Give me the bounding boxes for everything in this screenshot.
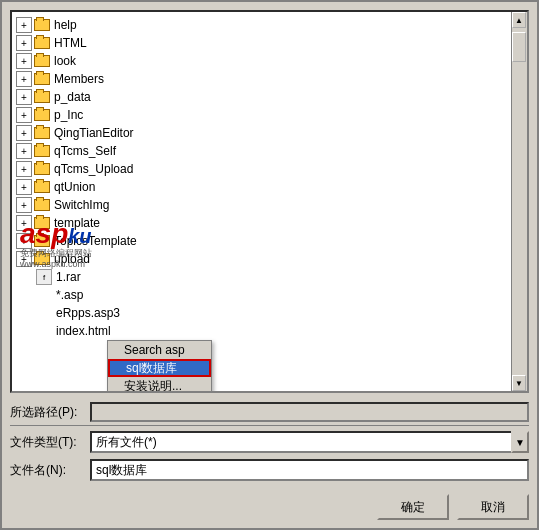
tree-item-label: *.asp xyxy=(56,288,83,302)
file-type-label: 文件类型(T): xyxy=(10,434,90,451)
tree-item-qtcms-upload[interactable]: + qTcms_Upload xyxy=(12,160,511,178)
expander-icon[interactable]: + xyxy=(16,107,32,123)
tree-item-label: SwitchImg xyxy=(54,198,109,212)
tree-item-switchimg[interactable]: + SwitchImg xyxy=(12,196,511,214)
expander-icon[interactable]: + xyxy=(16,197,32,213)
expander-icon[interactable]: + xyxy=(16,53,32,69)
file-type-select-wrapper[interactable]: 所有文件(*) ▼ xyxy=(90,431,529,453)
folder-icon xyxy=(34,181,50,193)
folder-icon xyxy=(34,217,50,229)
folder-icon xyxy=(34,55,50,67)
file-icon xyxy=(36,287,52,303)
tree-item-label: upload xyxy=(54,252,90,266)
file-icon xyxy=(36,305,52,321)
tree-item-1rar[interactable]: f 1.rar xyxy=(12,268,511,286)
file-icon: f xyxy=(36,269,52,285)
folder-icon xyxy=(34,253,50,265)
context-item-label: 安装说明... xyxy=(124,378,182,392)
tree-item-label: HTML xyxy=(54,36,87,50)
folder-icon xyxy=(34,37,50,49)
context-menu-item-install[interactable]: 安装说明... xyxy=(108,377,211,391)
tree-item-label: index.html xyxy=(56,324,111,338)
tree-item-label: p_Inc xyxy=(54,108,83,122)
folder-icon xyxy=(34,235,50,247)
tree-item-index[interactable]: index.html xyxy=(12,322,511,340)
file-name-input[interactable] xyxy=(90,459,529,481)
expander-icon[interactable]: + xyxy=(16,71,32,87)
tree-item-members[interactable]: + Members xyxy=(12,70,511,88)
expander-icon[interactable]: + xyxy=(16,17,32,33)
scroll-thumb[interactable] xyxy=(512,32,526,62)
tree-item-label: Members xyxy=(54,72,104,86)
tree-item-label: qtUnion xyxy=(54,180,95,194)
confirm-button[interactable]: 确定 xyxy=(377,494,449,520)
file-name-label: 文件名(N): xyxy=(10,462,90,479)
file-type-row: 文件类型(T): 所有文件(*) ▼ xyxy=(10,430,529,454)
tree-item-label: 1.rar xyxy=(56,270,81,284)
file-icon xyxy=(36,323,52,339)
expander-icon[interactable]: + xyxy=(16,35,32,51)
context-item-label: Search asp xyxy=(124,343,185,357)
tree-item-help[interactable]: + help xyxy=(12,16,511,34)
expander-icon[interactable]: + xyxy=(16,251,32,267)
tree-item-topicstemplate[interactable]: + TopicsTemplate xyxy=(12,232,511,250)
tree-item-label: qTcms_Upload xyxy=(54,162,133,176)
tree-item-label: help xyxy=(54,18,77,32)
folder-icon xyxy=(34,91,50,103)
tree-item-label: QingTianEditor xyxy=(54,126,134,140)
tree-item-asp[interactable]: *.asp xyxy=(12,286,511,304)
tree-item-label: p_data xyxy=(54,90,91,104)
file-name-row: 文件名(N): xyxy=(10,458,529,482)
expander-icon[interactable]: + xyxy=(16,215,32,231)
expander-icon[interactable]: + xyxy=(16,161,32,177)
context-menu-item-sql[interactable]: sql数据库 xyxy=(108,359,211,377)
tree-item-qtunion[interactable]: + qtUnion xyxy=(12,178,511,196)
folder-icon xyxy=(34,127,50,139)
scrollbar[interactable]: ▲ ▼ xyxy=(511,12,527,391)
tree-item-pinc[interactable]: + p_Inc xyxy=(12,106,511,124)
folder-icon xyxy=(34,145,50,157)
folder-icon xyxy=(34,163,50,175)
tree-item-qingtian[interactable]: + QingTianEditor xyxy=(12,124,511,142)
folder-icon xyxy=(34,73,50,85)
tree-item-look[interactable]: + look xyxy=(12,52,511,70)
tree-item-label: qTcms_Self xyxy=(54,144,116,158)
scroll-up-button[interactable]: ▲ xyxy=(512,12,526,28)
expander-icon[interactable]: + xyxy=(16,89,32,105)
file-type-select[interactable]: 所有文件(*) xyxy=(90,431,529,453)
open-dialog: + help + HTML + look + Members + xyxy=(0,0,539,530)
tree-item-label: look xyxy=(54,54,76,68)
file-tree-container[interactable]: + help + HTML + look + Members + xyxy=(10,10,529,393)
expander-icon[interactable]: + xyxy=(16,233,32,249)
tree-item-label: template xyxy=(54,216,100,230)
path-label: 所选路径(P): xyxy=(10,404,90,421)
tree-item-label: TopicsTemplate xyxy=(54,234,137,248)
expander-icon[interactable]: + xyxy=(16,143,32,159)
expander-icon[interactable]: + xyxy=(16,125,32,141)
tree-item-pdata[interactable]: + p_data xyxy=(12,88,511,106)
divider xyxy=(10,425,529,426)
tree-item-erpps[interactable]: eRpps.asp3 xyxy=(12,304,511,322)
tree-item-qtcms-self[interactable]: + qTcms_Self xyxy=(12,142,511,160)
tree-item-template[interactable]: + template xyxy=(12,214,511,232)
tree-item-upload[interactable]: + upload xyxy=(12,250,511,268)
tree-item-label: eRpps.asp3 xyxy=(56,306,120,320)
tree-item-html[interactable]: + HTML xyxy=(12,34,511,52)
scroll-down-button[interactable]: ▼ xyxy=(512,375,526,391)
folder-icon xyxy=(34,109,50,121)
folder-icon xyxy=(34,19,50,31)
cancel-button[interactable]: 取消 xyxy=(457,494,529,520)
form-area: 所选路径(P): 文件类型(T): 所有文件(*) ▼ 文件名(N): xyxy=(2,397,537,490)
file-tree[interactable]: + help + HTML + look + Members + xyxy=(12,12,527,391)
context-menu-item-search[interactable]: Search asp xyxy=(108,341,211,359)
folder-icon xyxy=(34,199,50,211)
context-item-label: sql数据库 xyxy=(126,360,177,377)
path-input[interactable] xyxy=(90,402,529,422)
expander-icon[interactable]: + xyxy=(16,179,32,195)
path-row: 所选路径(P): xyxy=(10,401,529,423)
buttons-row: 确定 取消 xyxy=(2,490,537,528)
